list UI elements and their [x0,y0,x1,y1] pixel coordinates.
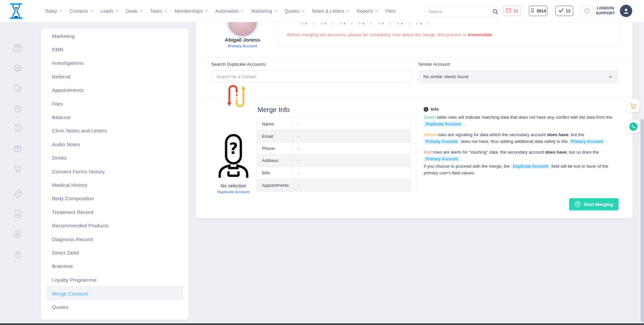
account-chip: Primary Account [424,156,460,162]
divider [196,57,633,58]
table-row: Email:- [257,130,411,142]
row-label: Email: [257,130,293,142]
calls-badge[interactable]: 5914 [529,6,547,16]
nav-item-automation[interactable]: Automation [215,8,244,14]
cart-icon [630,102,637,109]
merge-info-title: Merge Info [258,106,290,114]
nav-item-deals[interactable]: Deals [126,8,143,14]
sidebar-item-balance[interactable]: Balance [41,110,189,124]
start-merging-button[interactable]: Start Merging [569,198,619,210]
info-icon: i [424,107,428,112]
nav-item-label: Notes & Letters [312,8,344,14]
sidebar-item-body-composition[interactable]: Body Composition [41,192,189,205]
window-bottom-edge [0,323,644,325]
sidebar-item-quotes[interactable]: Quotes [41,300,189,314]
report-icon[interactable] [13,209,22,219]
calls-count: 5914 [537,9,546,13]
cart-icon[interactable] [13,164,22,173]
person-icon [623,7,630,14]
lock-icon[interactable] [13,250,22,259]
row-value: - [293,170,411,175]
nav-item-contacts[interactable]: Contacts [69,8,93,14]
sidebar-item-appointments[interactable]: Appointments [41,84,189,97]
checkmark-icon [558,8,564,14]
nav-item-notes-letters[interactable]: Notes & Letters [312,8,349,14]
sidebar-item-label: Recommended Products [52,223,109,228]
similar-account-select[interactable]: No similar clients found [418,70,618,83]
search-input[interactable] [424,9,491,14]
svg-text:$: $ [16,193,18,196]
sidebar-item-label: Body Composition [52,196,94,201]
sidebar-item-label: Braintree [52,263,73,269]
shopping-bag-icon[interactable] [13,104,22,113]
account-chip: Duplicate Account [424,121,463,127]
sidebar-item-label: Loyalty Programme [52,277,97,283]
account-chip: Primary Account [569,139,605,144]
question-glyph: ? [586,9,588,13]
sidebar-item-medical-history[interactable]: Medical History [41,178,189,192]
sidebar-item-loyalty-programme[interactable]: Loyalty Programme [41,273,189,286]
search-icon[interactable] [491,6,499,17]
nav-item-label: Files [385,8,395,14]
sidebar-item-investigations[interactable]: Investigations [41,56,189,70]
table-row: Name:- [257,118,411,130]
sidebar-item-drinks[interactable]: Drinks [41,151,189,165]
sidebar-item-consent-forms-history[interactable]: Consent Forms History [41,165,189,178]
sidebar-item-braintree[interactable]: Braintree [41,260,189,273]
mail-icon [506,8,512,14]
row-label: Name: [257,118,293,130]
nav-item-label: Tasks [150,8,162,14]
nav-item-memberships[interactable]: Memberships [174,8,207,14]
sidebar-item-label: Appointments [52,87,84,93]
sidebar-item-clinic-notes-and-letters[interactable]: Clinic Notes and Letters [41,124,189,138]
chevron-down-icon [274,9,277,12]
sidebar-item-direct-debit[interactable]: Direct Debit [41,246,189,259]
help-button[interactable]: ? [581,6,593,16]
duplicate-account-link[interactable]: Duplicate Account [207,190,260,194]
account-chip: Primary Account [424,139,460,144]
sidebar-item-diagnosis-record[interactable]: Diagnosis Record [41,232,189,246]
row-value: - [293,121,411,126]
history-icon[interactable] [13,124,22,133]
nav-item-tasks[interactable]: Tasks [150,8,167,14]
scrollbar-thumb[interactable] [641,119,644,322]
nav-item-reports[interactable]: Reports [357,8,378,14]
nav-item-leads[interactable]: Leads [101,8,118,14]
cart-float-button[interactable] [627,99,640,112]
inbox-badge[interactable]: 13 [503,6,521,16]
nav-item-files[interactable]: Files [385,8,395,14]
price-tag-icon[interactable]: $ [13,189,22,199]
chevron-down-icon [241,9,244,12]
app-logo-icon[interactable] [9,3,23,19]
duplicate-icon[interactable] [13,84,22,93]
chevron-down-icon [164,9,167,12]
gift-icon[interactable] [13,144,22,153]
sidebar-item-audio-notes[interactable]: Audio Notes [41,138,189,151]
sidebar-item-marketing[interactable]: Marketing [41,29,189,43]
sidebar-item-label: Drinks [52,155,67,161]
play-icon [575,201,581,207]
sidebar-item-referral[interactable]: Referral [41,70,189,83]
sidebar-item-label: Investigations [52,60,84,66]
account-sync-icon[interactable] [13,229,22,239]
sidebar-item-files[interactable]: Files [41,97,189,110]
sidebar-item-emr[interactable]: EMR [41,43,189,56]
sidebar-item-merge-contacts[interactable]: Merge Contacts [46,286,183,300]
call-float-button[interactable] [627,120,640,133]
calendar-icon[interactable]: 12 [13,43,22,53]
sidebar-item-recommended-products[interactable]: Recommended Products [41,219,189,232]
user-avatar[interactable] [620,5,632,17]
text-segment: table rows will indicate matching data t… [436,115,612,120]
nav-item-marketing[interactable]: Marketing [251,8,276,14]
sidebar-item-treatment-record[interactable]: Treatment Record [41,205,189,219]
text-segment: . [605,139,607,144]
package-icon[interactable] [13,63,22,73]
top-bar: TodayContactsLeadsDealsTasksMembershipsA… [0,0,644,22]
primary-account-link[interactable]: Primary Account [212,44,273,48]
row-label: Address: [257,155,293,166]
tasks-badge[interactable]: 13 [555,6,573,16]
duplicate-contact-search-input[interactable] [211,70,412,83]
nav-item-today[interactable]: Today [45,8,62,14]
nav-item-quotes[interactable]: Quotes [284,8,304,14]
sidebar-item-label: Marketing [52,33,75,39]
